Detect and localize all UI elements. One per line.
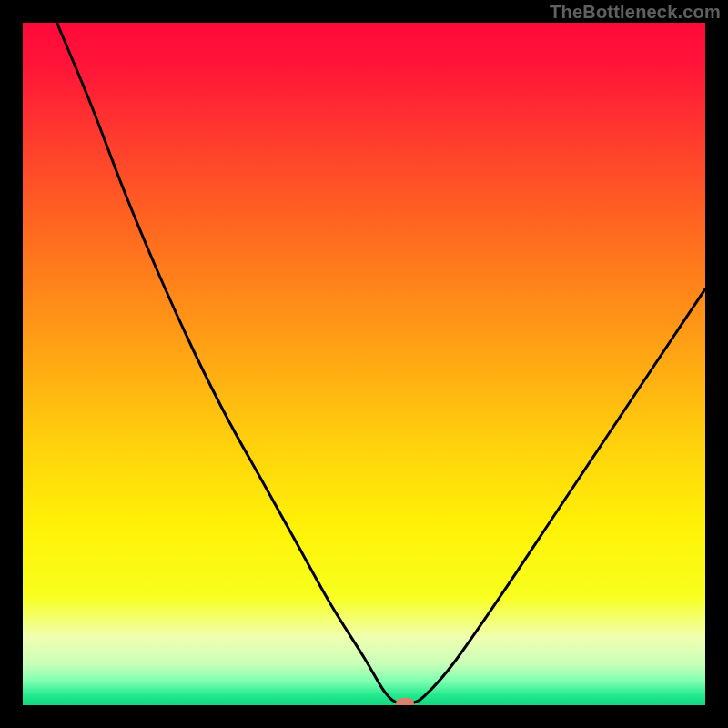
bottleneck-curve [23,23,705,705]
current-system-marker [396,698,414,705]
watermark-text: TheBottleneck.com [550,2,721,23]
plot-area [23,23,705,705]
chart-frame: TheBottleneck.com [0,0,728,728]
